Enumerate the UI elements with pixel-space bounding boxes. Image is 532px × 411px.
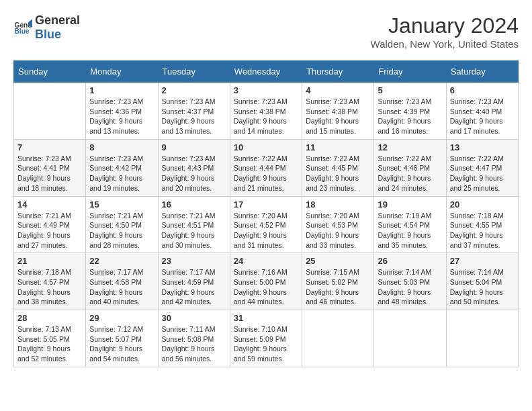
calendar-cell: 27Sunrise: 7:14 AM Sunset: 5:04 PM Dayli… <box>446 253 518 310</box>
day-info: Sunrise: 7:21 AM Sunset: 4:50 PM Dayligh… <box>89 211 154 250</box>
calendar-cell: 12Sunrise: 7:22 AM Sunset: 4:46 PM Dayli… <box>374 139 446 196</box>
day-number: 9 <box>162 142 226 152</box>
calendar-cell: 21Sunrise: 7:18 AM Sunset: 4:57 PM Dayli… <box>14 253 86 310</box>
logo: General Blue General Blue <box>13 13 80 42</box>
calendar-cell: 14Sunrise: 7:21 AM Sunset: 4:49 PM Dayli… <box>14 196 86 253</box>
calendar-week-2: 7Sunrise: 7:23 AM Sunset: 4:41 PM Daylig… <box>14 139 519 196</box>
calendar-cell: 6Sunrise: 7:23 AM Sunset: 4:40 PM Daylig… <box>446 83 518 140</box>
calendar-cell <box>374 310 446 367</box>
calendar-cell: 8Sunrise: 7:23 AM Sunset: 4:42 PM Daylig… <box>86 139 158 196</box>
day-number: 13 <box>450 142 515 152</box>
day-info: Sunrise: 7:17 AM Sunset: 4:58 PM Dayligh… <box>89 267 154 307</box>
calendar-cell: 1Sunrise: 7:23 AM Sunset: 4:36 PM Daylig… <box>86 83 158 140</box>
calendar-week-4: 21Sunrise: 7:18 AM Sunset: 4:57 PM Dayli… <box>14 253 519 310</box>
day-info: Sunrise: 7:13 AM Sunset: 5:05 PM Dayligh… <box>17 324 82 364</box>
day-number: 12 <box>378 142 442 152</box>
day-number: 30 <box>162 313 226 323</box>
day-number: 22 <box>89 256 154 266</box>
day-info: Sunrise: 7:18 AM Sunset: 4:57 PM Dayligh… <box>17 267 82 307</box>
calendar-cell: 23Sunrise: 7:17 AM Sunset: 4:59 PM Dayli… <box>158 253 230 310</box>
header: General Blue General Blue January 2024 W… <box>13 13 519 50</box>
day-number: 24 <box>234 256 298 266</box>
day-info: Sunrise: 7:21 AM Sunset: 4:51 PM Dayligh… <box>162 211 226 250</box>
day-info: Sunrise: 7:23 AM Sunset: 4:38 PM Dayligh… <box>234 97 298 136</box>
day-info: Sunrise: 7:21 AM Sunset: 4:49 PM Dayligh… <box>17 211 82 250</box>
day-number: 15 <box>89 199 154 210</box>
calendar-cell: 9Sunrise: 7:23 AM Sunset: 4:43 PM Daylig… <box>158 139 230 196</box>
calendar-cell: 3Sunrise: 7:23 AM Sunset: 4:38 PM Daylig… <box>230 83 302 140</box>
header-day-wednesday: Wednesday <box>230 61 302 83</box>
calendar-week-1: 1Sunrise: 7:23 AM Sunset: 4:36 PM Daylig… <box>14 83 519 140</box>
day-number: 16 <box>162 199 226 210</box>
day-info: Sunrise: 7:23 AM Sunset: 4:40 PM Dayligh… <box>450 97 515 136</box>
day-number: 1 <box>89 85 154 95</box>
day-info: Sunrise: 7:20 AM Sunset: 4:52 PM Dayligh… <box>234 211 298 250</box>
day-number: 7 <box>17 142 82 152</box>
calendar-cell: 4Sunrise: 7:23 AM Sunset: 4:38 PM Daylig… <box>302 83 374 140</box>
calendar-cell <box>302 310 374 367</box>
day-number: 17 <box>234 199 298 210</box>
logo-blue-text: Blue <box>35 28 61 41</box>
day-number: 25 <box>306 256 370 266</box>
day-number: 21 <box>17 256 82 266</box>
day-info: Sunrise: 7:14 AM Sunset: 5:03 PM Dayligh… <box>378 267 442 307</box>
header-day-sunday: Sunday <box>14 61 86 83</box>
day-number: 14 <box>17 199 82 210</box>
calendar-header-row: SundayMondayTuesdayWednesdayThursdayFrid… <box>14 61 519 83</box>
day-number: 28 <box>17 313 82 323</box>
day-info: Sunrise: 7:17 AM Sunset: 4:59 PM Dayligh… <box>162 267 226 307</box>
calendar-cell: 31Sunrise: 7:10 AM Sunset: 5:09 PM Dayli… <box>230 310 302 367</box>
calendar-cell: 29Sunrise: 7:12 AM Sunset: 5:07 PM Dayli… <box>86 310 158 367</box>
day-info: Sunrise: 7:14 AM Sunset: 5:04 PM Dayligh… <box>450 267 515 307</box>
day-number: 18 <box>306 199 370 210</box>
day-info: Sunrise: 7:20 AM Sunset: 4:53 PM Dayligh… <box>306 211 370 250</box>
calendar-cell: 30Sunrise: 7:11 AM Sunset: 5:08 PM Dayli… <box>158 310 230 367</box>
calendar-cell: 18Sunrise: 7:20 AM Sunset: 4:53 PM Dayli… <box>302 196 374 253</box>
calendar-cell: 26Sunrise: 7:14 AM Sunset: 5:03 PM Dayli… <box>374 253 446 310</box>
day-info: Sunrise: 7:11 AM Sunset: 5:08 PM Dayligh… <box>162 324 226 364</box>
header-day-saturday: Saturday <box>446 61 518 83</box>
day-number: 29 <box>89 313 154 323</box>
day-info: Sunrise: 7:23 AM Sunset: 4:36 PM Dayligh… <box>89 97 154 136</box>
day-number: 11 <box>306 142 370 152</box>
calendar-cell: 25Sunrise: 7:15 AM Sunset: 5:02 PM Dayli… <box>302 253 374 310</box>
calendar-week-5: 28Sunrise: 7:13 AM Sunset: 5:05 PM Dayli… <box>14 310 519 367</box>
title-section: January 2024 Walden, New York, United St… <box>371 13 519 50</box>
day-info: Sunrise: 7:23 AM Sunset: 4:39 PM Dayligh… <box>378 97 442 136</box>
calendar-body: 1Sunrise: 7:23 AM Sunset: 4:36 PM Daylig… <box>14 83 519 367</box>
location-subtitle: Walden, New York, United States <box>371 38 519 50</box>
month-title: January 2024 <box>371 13 519 38</box>
header-day-tuesday: Tuesday <box>158 61 230 83</box>
day-number: 20 <box>450 199 515 210</box>
day-number: 2 <box>162 85 226 95</box>
logo-general-text: General <box>35 13 80 27</box>
generalblue-logo-icon: General Blue <box>13 18 32 37</box>
calendar-cell: 11Sunrise: 7:22 AM Sunset: 4:45 PM Dayli… <box>302 139 374 196</box>
calendar-cell <box>446 310 518 367</box>
calendar-cell: 22Sunrise: 7:17 AM Sunset: 4:58 PM Dayli… <box>86 253 158 310</box>
day-info: Sunrise: 7:16 AM Sunset: 5:00 PM Dayligh… <box>234 267 298 307</box>
day-info: Sunrise: 7:22 AM Sunset: 4:44 PM Dayligh… <box>234 154 298 193</box>
day-number: 5 <box>378 85 442 95</box>
day-info: Sunrise: 7:23 AM Sunset: 4:37 PM Dayligh… <box>162 97 226 136</box>
calendar-cell: 5Sunrise: 7:23 AM Sunset: 4:39 PM Daylig… <box>374 83 446 140</box>
day-number: 23 <box>162 256 226 266</box>
calendar-cell: 24Sunrise: 7:16 AM Sunset: 5:00 PM Dayli… <box>230 253 302 310</box>
day-info: Sunrise: 7:23 AM Sunset: 4:42 PM Dayligh… <box>89 154 154 193</box>
calendar-cell: 20Sunrise: 7:18 AM Sunset: 4:55 PM Dayli… <box>446 196 518 253</box>
calendar-cell: 28Sunrise: 7:13 AM Sunset: 5:05 PM Dayli… <box>14 310 86 367</box>
day-info: Sunrise: 7:19 AM Sunset: 4:54 PM Dayligh… <box>378 211 442 250</box>
svg-text:Blue: Blue <box>15 28 30 35</box>
day-number: 8 <box>89 142 154 152</box>
calendar-cell: 16Sunrise: 7:21 AM Sunset: 4:51 PM Dayli… <box>158 196 230 253</box>
header-day-thursday: Thursday <box>302 61 374 83</box>
day-number: 31 <box>234 313 298 323</box>
calendar-cell: 19Sunrise: 7:19 AM Sunset: 4:54 PM Dayli… <box>374 196 446 253</box>
calendar-cell: 10Sunrise: 7:22 AM Sunset: 4:44 PM Dayli… <box>230 139 302 196</box>
day-info: Sunrise: 7:22 AM Sunset: 4:45 PM Dayligh… <box>306 154 370 193</box>
calendar-cell: 15Sunrise: 7:21 AM Sunset: 4:50 PM Dayli… <box>86 196 158 253</box>
day-info: Sunrise: 7:22 AM Sunset: 4:46 PM Dayligh… <box>378 154 442 193</box>
day-number: 4 <box>306 85 370 95</box>
calendar-cell <box>14 83 86 140</box>
calendar-cell: 17Sunrise: 7:20 AM Sunset: 4:52 PM Dayli… <box>230 196 302 253</box>
